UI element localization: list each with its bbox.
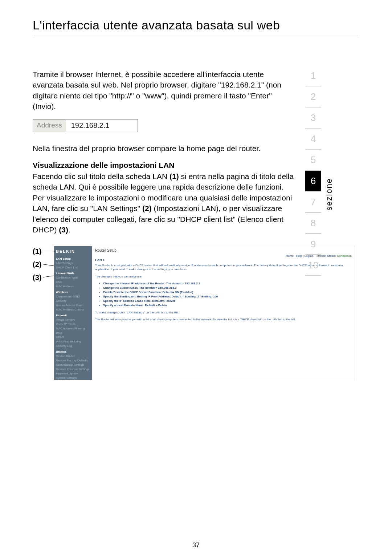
sidebar-cat-firewall: Firewall	[56, 313, 90, 318]
callout-ref-1: (1)	[170, 172, 179, 180]
sidebar-item-ddns[interactable]: DDNS	[56, 335, 90, 340]
section-label: sezione	[324, 178, 334, 211]
sidebar-item-fw-update[interactable]: Firmware Update	[56, 372, 90, 376]
sidebar-item-mac[interactable]: MAC Address	[56, 284, 90, 289]
intro-paragraph: Tramite il browser Internet, è possibile…	[33, 69, 294, 112]
router-paragraph: To make changes, click "LAN Settings" on…	[95, 311, 352, 315]
sidebar-item-lan-settings[interactable]: LAN Settings	[56, 261, 90, 265]
section-tab-1[interactable]: 1	[305, 65, 321, 86]
callout-ref-2: (2)	[142, 204, 152, 212]
callout-line	[43, 264, 54, 266]
after-address-paragraph: Nella finestra del proprio browser compa…	[33, 143, 294, 154]
router-bullet-list: Change the Internal IP address of the Ro…	[95, 281, 352, 308]
sidebar-item-use-ap[interactable]: Use as Access Point	[56, 303, 90, 308]
sidebar-cat-utilities: Utilities	[56, 350, 90, 354]
callout-1: (1)	[33, 247, 41, 256]
sidebar-item-save-backup[interactable]: Save/Backup Settings	[56, 363, 90, 367]
sidebar-item-conn-type[interactable]: Connection Type	[56, 276, 90, 280]
section-tab-7[interactable]: 7	[305, 192, 321, 213]
list-item: Specify the Starting and Ending IP Pool …	[103, 295, 352, 299]
section-tab-3[interactable]: 3	[305, 107, 321, 129]
sidebar-item-security[interactable]: Security	[56, 299, 90, 303]
sidebar-item-ping-block[interactable]: WAN Ping Blocking	[56, 340, 90, 344]
sidebar-item-dns[interactable]: DNS	[56, 280, 90, 284]
text-segment: .	[68, 226, 70, 234]
sidebar-item-vservers[interactable]: Virtual Servers	[56, 318, 90, 322]
section-tab-6[interactable]: 6	[305, 171, 321, 192]
sidebar-item-dhcp-client[interactable]: DHCP Client List	[56, 265, 90, 270]
router-paragraph: The Router will also provide you with a …	[95, 317, 352, 321]
lan-paragraph: Facendo clic sul titolo della scheda LAN…	[33, 171, 294, 235]
sidebar-item-dmz[interactable]: DMZ	[56, 331, 90, 335]
page-number: 37	[0, 541, 392, 549]
router-sidebar: BELKIN LAN Setup LAN Settings DHCP Clien…	[54, 246, 92, 380]
sidebar-item-restore-prev[interactable]: Restore Previous Settings	[56, 367, 90, 372]
sidebar-item-restart[interactable]: Restart Router	[56, 354, 90, 358]
address-value: 192.168.2.1	[66, 119, 138, 132]
section-tab-4[interactable]: 4	[305, 129, 321, 150]
list-item: Change the Internal IP address of the Ro…	[103, 281, 352, 286]
sidebar-item-cfilters[interactable]: Client IP Filters	[56, 322, 90, 326]
sidebar-cat-internet-wan: Internet WAN	[56, 271, 90, 276]
sidebar-item-seclog[interactable]: Security Log	[56, 344, 90, 348]
section-tab-10[interactable]: 10	[305, 255, 321, 276]
section-tab-2[interactable]: 2	[305, 86, 321, 107]
list-item: Enable/Disable the DHCP Server Function.…	[103, 290, 352, 295]
sidebar-cat-lan-setup: LAN Setup	[56, 257, 90, 261]
brand-logo: BELKIN	[56, 248, 90, 255]
topbar-status-value: Connection	[337, 254, 352, 257]
sidebar-item-mac-ctrl[interactable]: MAC Address Control	[56, 308, 90, 312]
list-item: Specify the IP address Lease Time. Defau…	[103, 299, 352, 303]
callout-3: (3)	[33, 273, 41, 282]
callout-line	[43, 251, 54, 251]
list-item: Specify a local Domain Name. Default = B…	[103, 303, 352, 308]
sidebar-item-channel[interactable]: Channel and SSID	[56, 295, 90, 299]
address-bar: Address 192.168.2.1	[33, 119, 138, 132]
section-tab-5[interactable]: 5	[305, 150, 321, 171]
sidebar-item-sys-settings[interactable]: System Settings	[56, 376, 90, 380]
sidebar-cat-wireless: Wireless	[56, 290, 90, 295]
callout-2: (2)	[33, 260, 41, 269]
section-tab-8[interactable]: 8	[305, 213, 321, 234]
callout-line	[43, 276, 54, 277]
section-tabs: 1 2 3 4 5 6 7 8 9 10	[305, 65, 321, 276]
page-title: L'interfaccia utente avanzata basata sul…	[33, 18, 359, 36]
address-label: Address	[33, 119, 66, 132]
section-tab-9[interactable]: 9	[305, 234, 321, 255]
list-item: Change the Subnet Mask. The default = 25…	[103, 286, 352, 290]
sidebar-item-mac-filter[interactable]: MAC Address Filtering	[56, 326, 90, 331]
callout-ref-3: (3)	[59, 226, 68, 234]
sidebar-item-restore-defaults[interactable]: Restore Factory Defaults	[56, 358, 90, 363]
text-segment: Facendo clic sul titolo della scheda LAN	[33, 172, 170, 180]
